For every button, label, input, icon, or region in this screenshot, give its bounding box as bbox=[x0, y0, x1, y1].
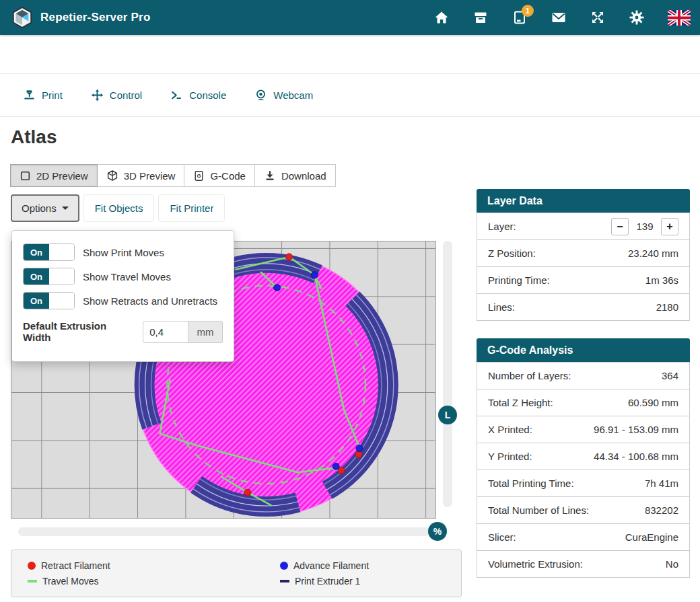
gcode-analysis-title: G-Code Analysis bbox=[477, 338, 690, 363]
row-value: 96.91 - 153.09 mm bbox=[594, 424, 678, 435]
extrusion-width-row: Default Extrusion Width mm bbox=[23, 320, 223, 343]
row-value: 2180 bbox=[656, 301, 678, 313]
toggle-row-travel-moves: On Show Travel Moves bbox=[23, 268, 223, 285]
navbar-icons: 1 bbox=[433, 0, 691, 35]
toggle-row-print-moves: On Show Print Moves bbox=[23, 243, 223, 261]
queue-badge: 1 bbox=[522, 5, 534, 17]
cube-3d-icon bbox=[106, 170, 118, 182]
legend-label: Travel Moves bbox=[42, 576, 99, 587]
svg-text:G: G bbox=[197, 173, 201, 179]
table-row: Total Z Height: 60.590 mm bbox=[477, 389, 690, 416]
divider bbox=[0, 116, 700, 117]
tab-webcam[interactable]: Webcam bbox=[254, 89, 313, 102]
messages-icon[interactable] bbox=[551, 9, 567, 26]
layer-minus-button[interactable]: − bbox=[611, 218, 629, 235]
layer-slider-track[interactable] bbox=[443, 241, 452, 507]
legend-label: Advance Filament bbox=[293, 560, 369, 571]
row-label: Z Position: bbox=[488, 248, 536, 259]
fullscreen-icon[interactable] bbox=[590, 9, 606, 26]
preview-tab-label: 3D Preview bbox=[124, 170, 176, 182]
extrusion-width-unit: mm bbox=[188, 321, 223, 343]
preview-legend: Retract Filament Travel Moves Advance Fi… bbox=[11, 550, 462, 597]
tab-label: Webcam bbox=[273, 89, 313, 101]
row-value: 44.34 - 100.68 mm bbox=[594, 451, 678, 462]
settings-gear-icon[interactable] bbox=[629, 9, 645, 26]
webcam-tab-icon bbox=[254, 89, 267, 102]
tab-print[interactable]: Print bbox=[23, 89, 63, 102]
home-icon[interactable] bbox=[433, 9, 450, 26]
row-label: Slicer: bbox=[488, 531, 516, 543]
row-label: Lines: bbox=[488, 301, 515, 313]
row-value: 364 bbox=[662, 370, 678, 381]
app-title: Repetier-Server Pro bbox=[40, 11, 150, 24]
row-label: Total Printing Time: bbox=[488, 478, 574, 489]
tab-gcode[interactable]: G G-Code bbox=[184, 164, 255, 187]
language-flag-icon[interactable] bbox=[668, 9, 691, 26]
row-value: 832202 bbox=[645, 504, 678, 516]
page-title: Atlas bbox=[11, 126, 57, 148]
layer-data-panel: Layer Data Layer: − 139 + Z Position: 23… bbox=[477, 189, 690, 321]
square-2d-icon bbox=[20, 170, 31, 182]
tab-3d-preview[interactable]: 3D Preview bbox=[97, 164, 185, 187]
layer-slider-handle[interactable]: L bbox=[438, 406, 457, 424]
table-row: Printing Time: 1m 36s bbox=[477, 266, 690, 294]
legend-extruder: Print Extruder 1 bbox=[280, 575, 445, 588]
print-tab-icon bbox=[23, 89, 36, 102]
row-label: Number of Layers: bbox=[488, 370, 571, 381]
zoom-slider-handle[interactable]: % bbox=[428, 522, 447, 541]
row-value: CuraEngine bbox=[625, 531, 678, 543]
legend-label: Retract Filament bbox=[41, 560, 110, 571]
layer-value: 139 bbox=[635, 221, 655, 232]
table-row: X Printed: 96.91 - 153.09 mm bbox=[477, 416, 690, 443]
download-icon bbox=[264, 170, 276, 182]
advance-dot-icon bbox=[280, 562, 288, 570]
print-queue-icon[interactable]: 1 bbox=[512, 9, 528, 26]
gcode-file-icon: G bbox=[193, 170, 205, 182]
preview-mode-group: 2D Preview 3D Preview G G-Code Download bbox=[11, 164, 336, 187]
layer-stepper: − 139 + bbox=[611, 218, 678, 235]
table-row: Number of Layers: 364 bbox=[477, 362, 690, 389]
legend-advance: Advance Filament bbox=[280, 560, 445, 572]
row-label: Printing Time: bbox=[488, 274, 550, 286]
repetier-logo-icon[interactable] bbox=[11, 6, 34, 29]
options-dropdown-button[interactable]: Options bbox=[11, 194, 79, 222]
tab-label: Control bbox=[110, 89, 142, 101]
legend-label: Print Extruder 1 bbox=[295, 576, 360, 587]
show-travel-moves-toggle[interactable]: On bbox=[23, 268, 75, 285]
row-label: Y Printed: bbox=[488, 451, 532, 462]
row-value: 7h 41m bbox=[645, 478, 678, 489]
row-label: Volumetric Extrusion: bbox=[488, 558, 583, 570]
preview-tab-label: 2D Preview bbox=[36, 170, 88, 182]
tab-2d-preview[interactable]: 2D Preview bbox=[10, 164, 98, 187]
retract-dot-icon bbox=[28, 562, 36, 570]
extruder-line-icon bbox=[280, 580, 289, 582]
extrusion-width-label: Default Extrusion Width bbox=[23, 320, 135, 343]
toggle-state: On bbox=[24, 293, 49, 309]
preview-tab-label: Download bbox=[281, 170, 326, 182]
preview-tab-label: G-Code bbox=[210, 170, 246, 182]
show-print-moves-toggle[interactable]: On bbox=[23, 243, 75, 261]
row-value: 60.590 mm bbox=[628, 397, 678, 408]
options-panel: On Show Print Moves On Show Travel Moves… bbox=[11, 230, 234, 362]
toggle-label: Show Travel Moves bbox=[83, 271, 171, 283]
archive-icon[interactable] bbox=[473, 9, 489, 26]
row-label: X Printed: bbox=[488, 424, 532, 435]
table-row: Total Number of Lines: 832202 bbox=[477, 496, 690, 524]
tab-control[interactable]: Control bbox=[91, 89, 142, 102]
options-label: Options bbox=[22, 202, 57, 214]
toggle-state: On bbox=[24, 268, 49, 285]
show-retracts-toggle[interactable]: On bbox=[23, 292, 75, 309]
row-value: No bbox=[666, 558, 678, 570]
travel-line-icon bbox=[28, 580, 37, 582]
fit-objects-button[interactable]: Fit Objects bbox=[83, 194, 155, 222]
layer-plus-button[interactable]: + bbox=[661, 218, 678, 235]
tab-console[interactable]: Console bbox=[170, 89, 226, 102]
download-button[interactable]: Download bbox=[254, 164, 336, 187]
fit-objects-label: Fit Objects bbox=[95, 202, 143, 214]
table-row: Slicer: CuraEngine bbox=[477, 523, 690, 551]
zoom-slider-track[interactable] bbox=[18, 527, 430, 536]
fit-printer-button[interactable]: Fit Printer bbox=[158, 194, 225, 222]
extrusion-width-input[interactable] bbox=[143, 321, 188, 343]
page: Repetier-Server Pro 1 bbox=[0, 0, 700, 602]
main-tabs: Print Control Console Webcam bbox=[23, 89, 313, 102]
